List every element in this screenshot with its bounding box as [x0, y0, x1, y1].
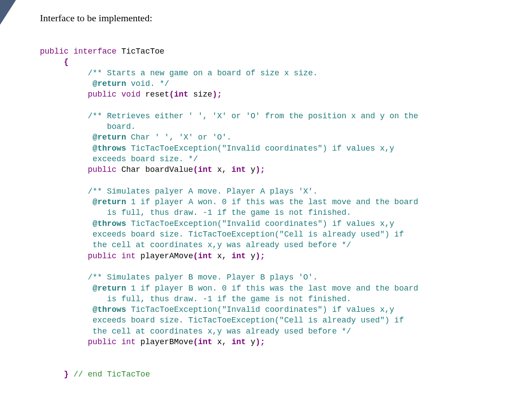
javadoc-line: /** Retrieves either ' ', 'X' or 'O' fro…	[40, 112, 418, 120]
code-text	[40, 90, 88, 99]
javadoc-line	[40, 284, 93, 293]
javadoc-throws-tag: @throws	[93, 219, 126, 228]
keyword-public: public	[40, 47, 69, 56]
code-text	[69, 370, 74, 379]
javadoc-return-tag: @return	[93, 133, 126, 142]
end-comment: // end TicTacToe	[74, 370, 150, 379]
param-type: int	[231, 252, 246, 260]
javadoc-line: exceeds board size. TicTacToeException("…	[40, 316, 404, 325]
param-type: int	[231, 165, 246, 174]
terminator: );	[212, 90, 222, 99]
javadoc-line: is full, thus draw. -1 if the game is no…	[40, 208, 351, 217]
method-name: playerAMove	[136, 252, 193, 260]
code-text	[40, 252, 88, 260]
param-name: x,	[212, 165, 231, 174]
code-text	[40, 165, 88, 174]
code-block: public interface TicTacToe { /** Starts …	[40, 46, 514, 380]
javadoc-return-tag: @return	[93, 198, 126, 206]
param-name: size	[188, 90, 212, 99]
javadoc-line	[40, 198, 93, 206]
javadoc-line	[40, 219, 93, 228]
param-name: y	[246, 338, 256, 346]
keyword-public: public	[88, 165, 117, 174]
javadoc-line: exceeds board size. */	[40, 155, 198, 163]
keyword-interface: interface	[74, 47, 117, 56]
return-type: Char boardValue	[117, 165, 193, 174]
javadoc-line: /** Starts a new game on a board of size…	[40, 69, 318, 78]
code-text	[117, 252, 121, 260]
javadoc-line: TicTacToeException("Invalid coordinates"…	[126, 305, 394, 314]
keyword-public: public	[88, 90, 117, 99]
javadoc-line: is full, thus draw. -1 if the game is no…	[40, 295, 351, 303]
keyword-int: int	[121, 338, 136, 346]
keyword-void: void	[121, 90, 141, 99]
javadoc-line: Char ' ', 'X' or 'O'.	[126, 133, 231, 142]
param-type: (int	[169, 90, 188, 99]
javadoc-line: TicTacToeException("Invalid coordinates"…	[126, 219, 394, 228]
terminator: );	[255, 252, 265, 260]
section-heading: Interface to be implemented:	[40, 12, 153, 24]
code-text	[117, 338, 121, 346]
code-text	[40, 338, 88, 346]
javadoc-line: 1 if player A won. 0 if this was the las…	[126, 198, 418, 206]
keyword-public: public	[88, 338, 117, 346]
param-name: y	[246, 165, 256, 174]
code-text	[117, 90, 121, 99]
method-name: playerBMove	[136, 338, 193, 346]
javadoc-line: the cell at coordinates x,y was already …	[40, 327, 351, 336]
corner-decoration	[0, 0, 16, 25]
method-name: reset	[141, 90, 169, 99]
param-type: int	[231, 338, 246, 346]
javadoc-line: 1 if player B won. 0 if this was the las…	[126, 284, 418, 293]
javadoc-throws-tag: @throws	[93, 305, 126, 314]
javadoc-line	[40, 79, 93, 88]
javadoc-line	[40, 305, 93, 314]
terminator: );	[255, 165, 265, 174]
code-text	[40, 370, 64, 379]
javadoc-line: the cell at coordinates x,y was already …	[40, 241, 351, 249]
javadoc-line: board.	[40, 122, 136, 131]
brace-open: {	[40, 58, 69, 66]
javadoc-line: void. */	[126, 79, 169, 88]
javadoc-line: exceeds board size. TicTacToeException("…	[40, 230, 404, 239]
param-name: y	[246, 252, 256, 260]
param-name: x,	[212, 338, 231, 346]
param-type: (int	[193, 338, 212, 346]
param-name: x,	[212, 252, 231, 260]
javadoc-line	[40, 133, 93, 142]
javadoc-return-tag: @return	[93, 284, 126, 293]
keyword-int: int	[121, 252, 136, 260]
keyword-public: public	[88, 252, 117, 260]
javadoc-line	[40, 144, 93, 153]
code-text	[69, 47, 74, 56]
javadoc-line: /** Simulates palyer B move. Player B pl…	[40, 273, 318, 282]
terminator: );	[255, 338, 265, 346]
type-name: TicTacToe	[117, 47, 164, 56]
param-type: (int	[193, 165, 212, 174]
javadoc-return-tag: @return	[93, 79, 126, 88]
param-type: (int	[193, 252, 212, 260]
javadoc-line: /** Simulates palyer A move. Player A pl…	[40, 187, 318, 196]
brace-close: }	[64, 370, 69, 379]
javadoc-throws-tag: @throws	[93, 144, 126, 153]
javadoc-line: TicTacToeException("Invalid coordinates"…	[126, 144, 394, 153]
